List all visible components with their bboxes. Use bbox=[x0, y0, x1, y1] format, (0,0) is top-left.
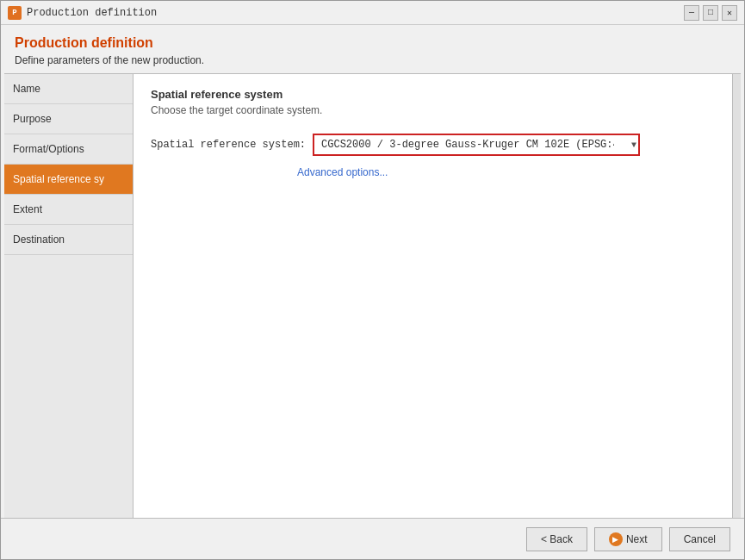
title-bar: P Production definition — □ ✕ bbox=[1, 1, 744, 25]
window-footer: < Back ▶ Next Cancel bbox=[1, 518, 744, 559]
srs-label: Spatial reference system: bbox=[151, 139, 306, 151]
section-title: Spatial reference system bbox=[151, 88, 715, 101]
close-button[interactable]: ✕ bbox=[722, 5, 737, 21]
app-icon: P bbox=[8, 6, 22, 20]
title-bar-text: Production definition bbox=[27, 7, 684, 19]
minimize-button[interactable]: — bbox=[684, 5, 699, 21]
window-controls: — □ ✕ bbox=[684, 5, 737, 21]
page-title: Production definition bbox=[15, 35, 730, 51]
maximize-button[interactable]: □ bbox=[703, 5, 718, 21]
sidebar-item-format-options[interactable]: Format/Options bbox=[4, 134, 133, 165]
advanced-options-container: Advanced options... bbox=[297, 166, 715, 179]
next-icon: ▶ bbox=[609, 532, 623, 546]
window-body: Name Purpose Format/Options Spatial refe… bbox=[4, 73, 741, 518]
srs-field-row: Spatial reference system: CGCS2000 / 3-d… bbox=[151, 134, 715, 156]
main-window: P Production definition — □ ✕ Production… bbox=[0, 0, 745, 560]
srs-select[interactable]: CGCS2000 / 3-degree Gauss-Kruger CM 102E… bbox=[313, 134, 640, 156]
sidebar-item-spatial-reference[interactable]: Spatial reference sy bbox=[4, 165, 133, 195]
sidebar-item-purpose[interactable]: Purpose bbox=[4, 104, 133, 134]
back-button[interactable]: < Back bbox=[526, 527, 587, 551]
next-button[interactable]: ▶ Next bbox=[594, 527, 662, 551]
page-subtitle: Define parameters of the new production. bbox=[15, 54, 730, 66]
advanced-options-link[interactable]: Advanced options... bbox=[297, 166, 388, 178]
scrollbar bbox=[732, 74, 741, 518]
sidebar-item-destination[interactable]: Destination bbox=[4, 225, 133, 255]
sidebar: Name Purpose Format/Options Spatial refe… bbox=[4, 74, 133, 518]
window-header: Production definition Define parameters … bbox=[1, 25, 744, 73]
srs-select-wrapper: CGCS2000 / 3-degree Gauss-Kruger CM 102E… bbox=[313, 134, 640, 156]
sidebar-item-extent[interactable]: Extent bbox=[4, 195, 133, 225]
section-subtitle: Choose the target coordinate system. bbox=[151, 104, 715, 116]
content-area: Spatial reference system Choose the targ… bbox=[133, 74, 732, 518]
cancel-button[interactable]: Cancel bbox=[669, 527, 730, 551]
sidebar-item-name[interactable]: Name bbox=[4, 74, 133, 104]
